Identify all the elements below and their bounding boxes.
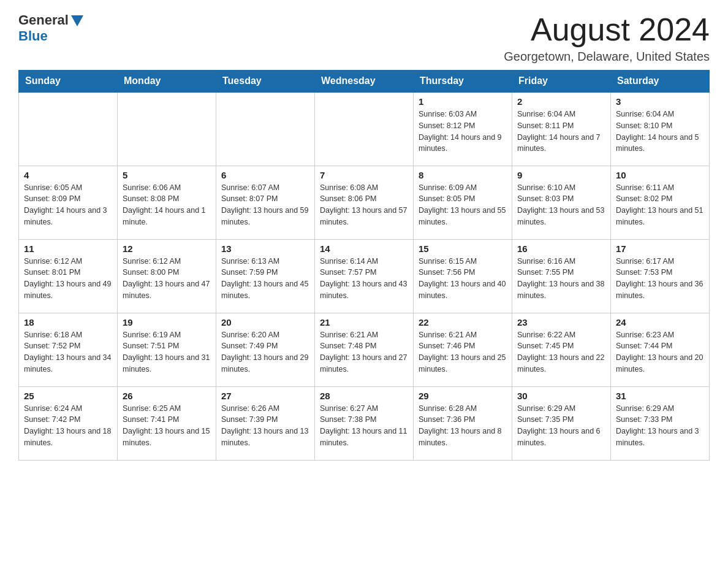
weekday-header-friday: Friday: [512, 71, 611, 93]
day-info: Sunrise: 6:14 AM Sunset: 7:57 PM Dayligh…: [320, 256, 408, 302]
day-info: Sunrise: 6:08 AM Sunset: 8:06 PM Dayligh…: [320, 182, 408, 228]
day-number: 23: [517, 317, 605, 327]
calendar-table: SundayMondayTuesdayWednesdayThursdayFrid…: [18, 70, 710, 461]
calendar-cell: 23Sunrise: 6:22 AM Sunset: 7:45 PM Dayli…: [512, 313, 611, 386]
day-info: Sunrise: 6:19 AM Sunset: 7:51 PM Dayligh…: [123, 329, 211, 375]
calendar-cell: 28Sunrise: 6:27 AM Sunset: 7:38 PM Dayli…: [315, 386, 414, 460]
day-number: 1: [419, 96, 507, 107]
calendar-cell: [118, 92, 216, 166]
day-info: Sunrise: 6:24 AM Sunset: 7:42 PM Dayligh…: [24, 403, 112, 449]
day-info: Sunrise: 6:07 AM Sunset: 8:07 PM Dayligh…: [221, 182, 309, 228]
weekday-header-wednesday: Wednesday: [315, 71, 414, 93]
day-info: Sunrise: 6:21 AM Sunset: 7:46 PM Dayligh…: [419, 329, 507, 375]
day-info: Sunrise: 6:21 AM Sunset: 7:48 PM Dayligh…: [320, 329, 408, 375]
day-number: 11: [24, 243, 112, 254]
calendar-cell: 31Sunrise: 6:29 AM Sunset: 7:33 PM Dayli…: [611, 386, 710, 460]
calendar-cell: 7Sunrise: 6:08 AM Sunset: 8:06 PM Daylig…: [315, 166, 414, 239]
day-number: 29: [419, 391, 507, 401]
weekday-header-saturday: Saturday: [611, 71, 710, 93]
calendar-cell: 1Sunrise: 6:03 AM Sunset: 8:12 PM Daylig…: [414, 92, 512, 166]
calendar-cell: 26Sunrise: 6:25 AM Sunset: 7:41 PM Dayli…: [118, 386, 216, 460]
day-info: Sunrise: 6:29 AM Sunset: 7:33 PM Dayligh…: [616, 403, 704, 449]
header-right: August 2024 Georgetown, Delaware, United…: [504, 12, 710, 64]
day-number: 5: [123, 170, 211, 180]
day-number: 21: [320, 317, 408, 327]
calendar-cell: 25Sunrise: 6:24 AM Sunset: 7:42 PM Dayli…: [19, 386, 118, 460]
day-number: 20: [221, 317, 309, 327]
calendar-cell: 29Sunrise: 6:28 AM Sunset: 7:36 PM Dayli…: [414, 386, 512, 460]
day-number: 4: [24, 170, 112, 180]
day-number: 19: [123, 317, 211, 327]
logo-general-text: General: [18, 12, 69, 28]
calendar-cell: [315, 92, 414, 166]
calendar-cell: 2Sunrise: 6:04 AM Sunset: 8:11 PM Daylig…: [512, 92, 611, 166]
day-info: Sunrise: 6:28 AM Sunset: 7:36 PM Dayligh…: [419, 403, 507, 449]
calendar-cell: 17Sunrise: 6:17 AM Sunset: 7:53 PM Dayli…: [611, 239, 710, 313]
day-info: Sunrise: 6:23 AM Sunset: 7:44 PM Dayligh…: [616, 329, 704, 375]
day-info: Sunrise: 6:03 AM Sunset: 8:12 PM Dayligh…: [419, 109, 507, 155]
day-info: Sunrise: 6:04 AM Sunset: 8:10 PM Dayligh…: [616, 109, 704, 155]
calendar-cell: 27Sunrise: 6:26 AM Sunset: 7:39 PM Dayli…: [216, 386, 315, 460]
day-info: Sunrise: 6:22 AM Sunset: 7:45 PM Dayligh…: [517, 329, 605, 375]
day-info: Sunrise: 6:06 AM Sunset: 8:08 PM Dayligh…: [123, 182, 211, 228]
calendar-cell: 14Sunrise: 6:14 AM Sunset: 7:57 PM Dayli…: [315, 239, 414, 313]
calendar-cell: 6Sunrise: 6:07 AM Sunset: 8:07 PM Daylig…: [216, 166, 315, 239]
day-number: 24: [616, 317, 704, 327]
calendar-cell: 16Sunrise: 6:16 AM Sunset: 7:55 PM Dayli…: [512, 239, 611, 313]
page-header: General Blue August 2024 Georgetown, Del…: [18, 12, 710, 64]
weekday-header-sunday: Sunday: [19, 71, 118, 93]
calendar-cell: 22Sunrise: 6:21 AM Sunset: 7:46 PM Dayli…: [414, 313, 512, 386]
day-info: Sunrise: 6:25 AM Sunset: 7:41 PM Dayligh…: [123, 403, 211, 449]
day-number: 27: [221, 391, 309, 401]
day-number: 26: [123, 391, 211, 401]
weekday-header-monday: Monday: [118, 71, 216, 93]
logo-triangle-icon: [71, 15, 83, 26]
day-info: Sunrise: 6:10 AM Sunset: 8:03 PM Dayligh…: [517, 182, 605, 228]
day-number: 12: [123, 243, 211, 254]
day-info: Sunrise: 6:13 AM Sunset: 7:59 PM Dayligh…: [221, 256, 309, 302]
day-number: 7: [320, 170, 408, 180]
calendar-cell: 19Sunrise: 6:19 AM Sunset: 7:51 PM Dayli…: [118, 313, 216, 386]
day-number: 6: [221, 170, 309, 180]
calendar-week-2: 4Sunrise: 6:05 AM Sunset: 8:09 PM Daylig…: [19, 166, 710, 239]
day-info: Sunrise: 6:18 AM Sunset: 7:52 PM Dayligh…: [24, 329, 112, 375]
day-number: 16: [517, 243, 605, 254]
weekday-header-row: SundayMondayTuesdayWednesdayThursdayFrid…: [19, 71, 710, 93]
day-info: Sunrise: 6:29 AM Sunset: 7:35 PM Dayligh…: [517, 403, 605, 449]
day-number: 14: [320, 243, 408, 254]
day-number: 13: [221, 243, 309, 254]
calendar-week-5: 25Sunrise: 6:24 AM Sunset: 7:42 PM Dayli…: [19, 386, 710, 460]
day-number: 15: [419, 243, 507, 254]
day-info: Sunrise: 6:09 AM Sunset: 8:05 PM Dayligh…: [419, 182, 507, 228]
calendar-cell: 12Sunrise: 6:12 AM Sunset: 8:00 PM Dayli…: [118, 239, 216, 313]
calendar-cell: [19, 92, 118, 166]
logo: General Blue: [18, 12, 83, 44]
weekday-header-tuesday: Tuesday: [216, 71, 315, 93]
day-info: Sunrise: 6:27 AM Sunset: 7:38 PM Dayligh…: [320, 403, 408, 449]
calendar-cell: 3Sunrise: 6:04 AM Sunset: 8:10 PM Daylig…: [611, 92, 710, 166]
day-number: 9: [517, 170, 605, 180]
day-info: Sunrise: 6:26 AM Sunset: 7:39 PM Dayligh…: [221, 403, 309, 449]
calendar-cell: 21Sunrise: 6:21 AM Sunset: 7:48 PM Dayli…: [315, 313, 414, 386]
calendar-cell: 11Sunrise: 6:12 AM Sunset: 8:01 PM Dayli…: [19, 239, 118, 313]
day-number: 10: [616, 170, 704, 180]
calendar-cell: 8Sunrise: 6:09 AM Sunset: 8:05 PM Daylig…: [414, 166, 512, 239]
day-info: Sunrise: 6:12 AM Sunset: 8:01 PM Dayligh…: [24, 256, 112, 302]
logo-blue-text: Blue: [18, 28, 48, 44]
day-info: Sunrise: 6:05 AM Sunset: 8:09 PM Dayligh…: [24, 182, 112, 228]
calendar-cell: 15Sunrise: 6:15 AM Sunset: 7:56 PM Dayli…: [414, 239, 512, 313]
day-number: 18: [24, 317, 112, 327]
calendar-cell: 10Sunrise: 6:11 AM Sunset: 8:02 PM Dayli…: [611, 166, 710, 239]
day-info: Sunrise: 6:16 AM Sunset: 7:55 PM Dayligh…: [517, 256, 605, 302]
day-info: Sunrise: 6:20 AM Sunset: 7:49 PM Dayligh…: [221, 329, 309, 375]
day-info: Sunrise: 6:11 AM Sunset: 8:02 PM Dayligh…: [616, 182, 704, 228]
calendar-cell: 13Sunrise: 6:13 AM Sunset: 7:59 PM Dayli…: [216, 239, 315, 313]
weekday-header-thursday: Thursday: [414, 71, 512, 93]
calendar-cell: 20Sunrise: 6:20 AM Sunset: 7:49 PM Dayli…: [216, 313, 315, 386]
day-number: 3: [616, 96, 704, 107]
day-info: Sunrise: 6:04 AM Sunset: 8:11 PM Dayligh…: [517, 109, 605, 155]
day-number: 30: [517, 391, 605, 401]
calendar-cell: 4Sunrise: 6:05 AM Sunset: 8:09 PM Daylig…: [19, 166, 118, 239]
calendar-week-4: 18Sunrise: 6:18 AM Sunset: 7:52 PM Dayli…: [19, 313, 710, 386]
day-number: 31: [616, 391, 704, 401]
